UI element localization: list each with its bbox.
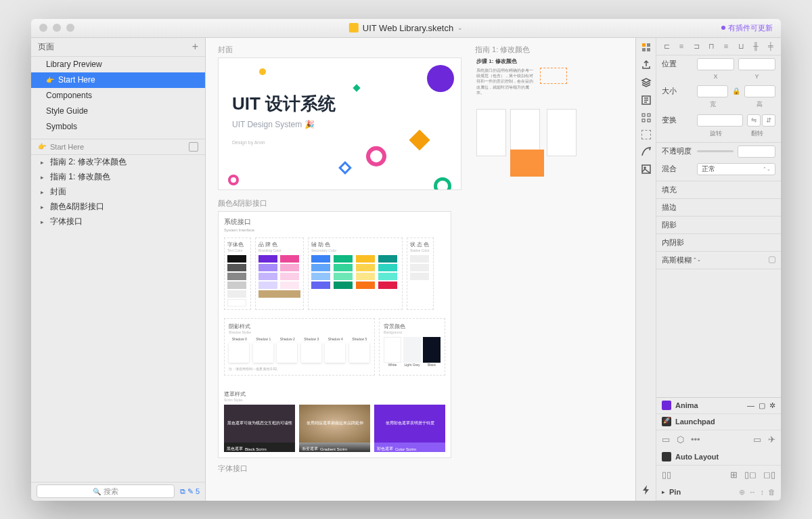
- pages-header-label: 页面: [38, 41, 54, 53]
- layer-item[interactable]: ▸字体接口: [31, 215, 205, 229]
- filter-button[interactable]: ⧉ ✎ 5: [180, 487, 200, 496]
- layer-item[interactable]: ▸指南 1: 修改颜色: [31, 170, 205, 185]
- rocket-icon[interactable]: ✈: [768, 434, 775, 445]
- inner-shadow-section[interactable]: 内阴影: [656, 234, 781, 252]
- chevron-right-icon: ▸: [41, 159, 46, 166]
- height-input[interactable]: [744, 85, 775, 97]
- flip-v-button[interactable]: ⇵: [762, 114, 775, 127]
- hand-icon: 👉: [38, 143, 46, 150]
- guide-thumbnail: [476, 109, 506, 156]
- opacity-input[interactable]: [738, 145, 775, 158]
- distribute-h-icon[interactable]: ╫: [751, 41, 761, 51]
- export-icon[interactable]: [641, 60, 652, 70]
- layers-view-toggle[interactable]: [189, 142, 198, 152]
- search-input[interactable]: 🔍 搜索: [37, 484, 175, 498]
- plugin-autolayout[interactable]: Auto Layout: [656, 449, 781, 466]
- artboard-label-colors[interactable]: 颜色&阴影接口: [218, 198, 623, 208]
- page-item-symbols[interactable]: Symbols: [31, 119, 205, 135]
- artboard-colors[interactable]: 系统接口 System Interface 字体色 Text Color: [218, 211, 451, 458]
- fill-section[interactable]: 填充: [656, 181, 781, 199]
- align-right-icon[interactable]: ⊐: [692, 41, 701, 51]
- align-top-icon[interactable]: ⊓: [706, 41, 716, 51]
- align-bar: ⊏ ≡ ⊐ ⊓ ≡ ⊔ ╫ ╪: [656, 38, 781, 55]
- border-section[interactable]: 描边: [656, 199, 781, 217]
- close-button[interactable]: [39, 24, 47, 32]
- trash-icon[interactable]: 🗑: [768, 488, 775, 496]
- text-icon[interactable]: [641, 95, 652, 106]
- shadow-group: 阴影样式 Shadow Styles Shadow 0 Shadow 1 Sha…: [224, 318, 375, 376]
- artboard-label-fonts[interactable]: 字体接口: [218, 464, 623, 474]
- scrim-sub: Scrim Styles: [224, 398, 445, 402]
- autolayout-icon: [662, 452, 671, 461]
- curve-icon[interactable]: [641, 146, 652, 157]
- page-item-components[interactable]: Components: [31, 88, 205, 104]
- layer-item[interactable]: ▸封面: [31, 185, 205, 200]
- align-left-icon[interactable]: ⊏: [662, 41, 671, 51]
- blend-select[interactable]: 正常: [697, 163, 775, 175]
- plugin-update-notice[interactable]: 有插件可更新: [721, 23, 781, 33]
- stack-icon[interactable]: ▯▯: [662, 470, 671, 480]
- tool-logo-icon[interactable]: [641, 42, 652, 53]
- pin-target-icon[interactable]: ⊕: [739, 488, 745, 497]
- grid-icon[interactable]: [641, 112, 652, 123]
- image-icon[interactable]: [641, 164, 652, 175]
- flip-h-button[interactable]: ⇋: [747, 114, 761, 127]
- lock-icon[interactable]: 🔒: [732, 87, 740, 95]
- section-subtitle: System Interface: [224, 228, 445, 232]
- cover-subtitle: UIT Design System: [232, 120, 302, 129]
- more-icon[interactable]: •••: [691, 434, 700, 445]
- cube-icon[interactable]: ⬡: [677, 434, 684, 445]
- width-input[interactable]: [697, 85, 728, 97]
- pin-width-icon[interactable]: ↔: [749, 488, 757, 496]
- device-icon[interactable]: ▯◻: [744, 470, 757, 480]
- distribute-v-icon[interactable]: ╪: [766, 41, 775, 51]
- document-title[interactable]: UIT Web Library.sketch ⌄: [349, 23, 463, 33]
- page-item-style-guide[interactable]: Style Guide: [31, 104, 205, 119]
- artboard-label-guide[interactable]: 指南 1: 修改颜色: [475, 45, 578, 55]
- select-icon[interactable]: [641, 130, 651, 139]
- expand-icon[interactable]: ▢: [759, 401, 765, 410]
- minimize-button[interactable]: [53, 24, 61, 32]
- layer-item[interactable]: ▸颜色&阴影接口: [31, 200, 205, 215]
- minimize-icon[interactable]: —: [747, 401, 754, 409]
- align-center-h-icon[interactable]: ≡: [677, 41, 686, 51]
- layers-header: 👉 Start Here: [31, 139, 205, 155]
- device2-icon[interactable]: ◻▯: [763, 470, 775, 480]
- plugin-launchpad[interactable]: 🚀 Launchpad: [656, 414, 781, 430]
- pin-height-icon[interactable]: ↕: [761, 488, 765, 496]
- hand-icon: 👉: [46, 76, 54, 84]
- browser-icon[interactable]: ▭: [753, 434, 761, 445]
- bolt-icon[interactable]: [641, 484, 652, 495]
- page-item-library-preview[interactable]: Library Preview: [31, 57, 205, 72]
- align-bottom-icon[interactable]: ⊔: [736, 41, 746, 51]
- color-group-font: 字体色 Text Color: [224, 238, 251, 310]
- x-input[interactable]: [697, 58, 734, 70]
- zoom-button[interactable]: [66, 24, 74, 32]
- artboard-cover[interactable]: UIT 设计系统 UIT Design System 🎉 Design by A…: [218, 58, 461, 190]
- svg-rect-8: [648, 119, 650, 122]
- plugin-pin[interactable]: ▸ Pin ⊕ ↔ ↕ 🗑: [656, 484, 781, 501]
- layer-item[interactable]: ▸指南 2: 修改字体颜色: [31, 155, 205, 170]
- page-item-start-here[interactable]: 👉Start Here: [31, 72, 205, 88]
- rotate-input[interactable]: [697, 114, 743, 127]
- blur-checkbox[interactable]: [769, 256, 775, 263]
- blur-section[interactable]: 高斯模糊⌃⌄: [656, 252, 781, 269]
- gear-icon[interactable]: ✲: [769, 401, 775, 410]
- add-page-button[interactable]: +: [192, 41, 198, 53]
- inspector: ⊏ ≡ ⊐ ⊓ ≡ ⊔ ╫ ╪ 位置 X Y: [656, 38, 781, 501]
- scrim-row: 黑色遮罩可做为模态交互框的可读性 使用相应遮罩易做起来品牌延伸 使用彩色遮罩表明…: [224, 405, 445, 443]
- chevron-right-icon: ▸: [41, 189, 46, 196]
- artboard-icon[interactable]: ▭: [662, 434, 670, 445]
- align-center-v-icon[interactable]: ≡: [721, 41, 731, 51]
- shadow-section[interactable]: 阴影: [656, 217, 781, 234]
- grid-icon[interactable]: ⊞: [730, 470, 738, 480]
- artboard-guide-1[interactable]: 指南 1: 修改颜色 步骤 1: 修改颜色 系统接口的说明有精确的参考一级规范（…: [476, 45, 578, 157]
- document-title-text: UIT Web Library.sketch: [363, 23, 453, 33]
- opacity-slider[interactable]: [697, 150, 734, 152]
- shape-dot: [259, 68, 266, 75]
- layers-icon[interactable]: [641, 77, 652, 88]
- canvas[interactable]: 封面 UIT 设计系统 UIT Design System 🎉 Design b…: [206, 38, 635, 501]
- launchpad-tools: ▭ ⬡ ••• ▭ ✈: [656, 430, 781, 449]
- y-input[interactable]: [738, 58, 775, 70]
- plugin-anima[interactable]: Anima — ▢ ✲: [656, 398, 781, 414]
